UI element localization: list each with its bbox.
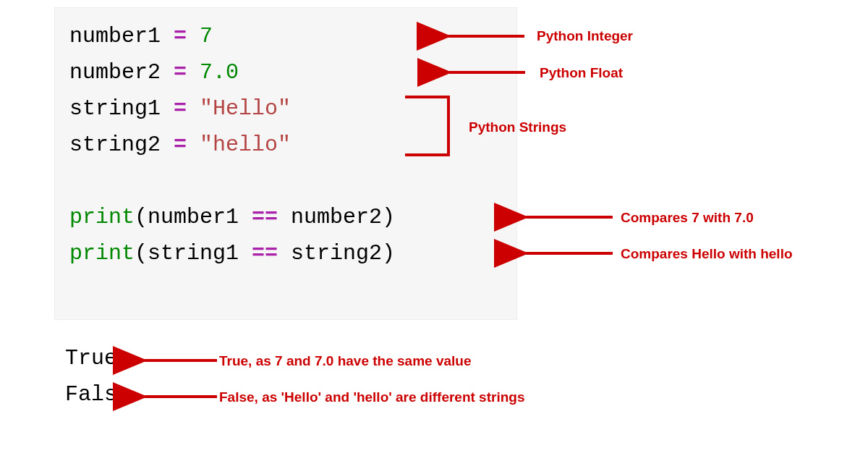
- annotation-compare-strings: Compares Hello with hello: [621, 246, 793, 262]
- annotation-integer: Python Integer: [537, 28, 633, 44]
- annotation-output-true: True, as 7 and 7.0 have the same value: [219, 353, 472, 369]
- annotation-compare-numbers: Compares 7 with 7.0: [621, 210, 754, 226]
- bracket-icon: [405, 97, 448, 155]
- annotation-strings: Python Strings: [469, 119, 566, 135]
- annotation-output-false: False, as 'Hello' and 'hello' are differ…: [219, 389, 524, 405]
- annotation-float: Python Float: [540, 65, 623, 81]
- annotation-arrows: [0, 0, 868, 456]
